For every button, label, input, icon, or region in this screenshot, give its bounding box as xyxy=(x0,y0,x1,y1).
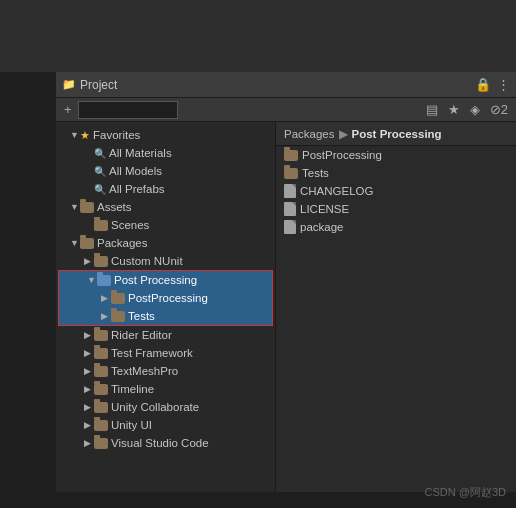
tree-item-textmeshpro[interactable]: TextMeshPro xyxy=(56,362,275,380)
arrow-unity-ui xyxy=(84,420,94,430)
tests-sub-label: Tests xyxy=(128,310,155,322)
folder-icon-tests-sub xyxy=(111,311,125,322)
tree-item-unity-ui[interactable]: Unity UI xyxy=(56,416,275,434)
folder-icon-rider-editor xyxy=(94,330,108,341)
favorites-label: Favorites xyxy=(93,129,140,141)
breadcrumb-root[interactable]: Packages xyxy=(284,128,335,140)
tree-item-assets[interactable]: Assets xyxy=(56,198,275,216)
tree-item-all-models[interactable]: 🔍 All Models xyxy=(56,162,275,180)
panel-icons: 🔒 ⋮ xyxy=(475,77,510,92)
arrow-tests-sub xyxy=(101,311,111,321)
doc-icon-package xyxy=(284,220,296,234)
tree-item-all-materials[interactable]: 🔍 All Materials xyxy=(56,144,275,162)
arrow-test-framework xyxy=(84,348,94,358)
folder-icon-timeline xyxy=(94,384,108,395)
tree-item-tests-sub[interactable]: Tests xyxy=(59,307,272,325)
file-label-changelog: CHANGELOG xyxy=(300,185,374,197)
folder-icon-post-processing xyxy=(97,275,111,286)
timeline-label: Timeline xyxy=(111,383,154,395)
panel-title-area: 📁 Project xyxy=(62,78,117,92)
tree-item-visual-studio-code[interactable]: Visual Studio Code xyxy=(56,434,275,452)
tree-item-post-processing[interactable]: Post Processing xyxy=(59,271,272,289)
watermark: CSDN @阿赵3D xyxy=(425,485,506,500)
folder-icon-custom-nunit xyxy=(94,256,108,267)
post-processing-label: Post Processing xyxy=(114,274,197,286)
rider-editor-label: Rider Editor xyxy=(111,329,172,341)
arrow-post-processing xyxy=(87,275,97,285)
panel-title: Project xyxy=(80,78,117,92)
folder-icon-assets xyxy=(80,202,94,213)
arrow-unity-collaborate xyxy=(84,402,94,412)
postprocessing-sub-label: PostProcessing xyxy=(128,292,208,304)
tree-item-all-prefabs[interactable]: 🔍 All Prefabs xyxy=(56,180,275,198)
all-materials-label: All Materials xyxy=(109,147,172,159)
file-panel-header: Packages ▶ Post Processing xyxy=(276,122,516,146)
visual-studio-code-label: Visual Studio Code xyxy=(111,437,209,449)
toolbar: + ▤ ★ ◈ ⊘2 xyxy=(56,98,516,122)
arrow-visual-studio-code xyxy=(84,438,94,448)
folder-icon-textmeshpro xyxy=(94,366,108,377)
all-prefabs-label: All Prefabs xyxy=(109,183,165,195)
post-processing-outline-group: Post Processing PostProcessing Tests xyxy=(58,270,273,326)
file-item-postprocessing[interactable]: PostProcessing xyxy=(276,146,516,164)
packages-label: Packages xyxy=(97,237,148,249)
tree-item-custom-nunit[interactable]: Custom NUnit xyxy=(56,252,275,270)
file-label-tests: Tests xyxy=(302,167,329,179)
view-grid-icon[interactable]: ▤ xyxy=(424,102,440,117)
textmeshpro-label: TextMeshPro xyxy=(111,365,178,377)
folder-icon-visual-studio-code xyxy=(94,438,108,449)
arrow-textmeshpro xyxy=(84,366,94,376)
tree-item-timeline[interactable]: Timeline xyxy=(56,380,275,398)
pin-icon[interactable]: ◈ xyxy=(468,102,482,117)
file-item-license[interactable]: LICENSE xyxy=(276,200,516,218)
add-button[interactable]: + xyxy=(62,102,74,117)
file-item-package[interactable]: package xyxy=(276,218,516,236)
folder-icon-unity-collaborate xyxy=(94,402,108,413)
file-label-license: LICENSE xyxy=(300,203,349,215)
assets-label: Assets xyxy=(97,201,132,213)
star-filter-icon[interactable]: ★ xyxy=(446,102,462,117)
tree-item-scenes[interactable]: Scenes xyxy=(56,216,275,234)
tree-item-packages[interactable]: Packages xyxy=(56,234,275,252)
unity-collaborate-label: Unity Collaborate xyxy=(111,401,199,413)
doc-icon-license xyxy=(284,202,296,216)
search-icon-prefabs: 🔍 xyxy=(94,184,106,195)
file-label-postprocessing: PostProcessing xyxy=(302,149,382,161)
all-models-label: All Models xyxy=(109,165,162,177)
arrow-packages xyxy=(70,238,80,248)
search-input[interactable] xyxy=(78,101,178,119)
badge-icon[interactable]: ⊘2 xyxy=(488,102,510,117)
folder-icon-scenes xyxy=(94,220,108,231)
folder-icon-file-tests xyxy=(284,168,298,179)
star-icon-favorites: ★ xyxy=(80,129,90,142)
lock-icon[interactable]: 🔒 xyxy=(475,77,491,92)
scenes-label: Scenes xyxy=(111,219,149,231)
arrow-rider-editor xyxy=(84,330,94,340)
tree-panel: ★ Favorites 🔍 All Materials 🔍 All Models… xyxy=(56,122,276,492)
file-panel: Packages ▶ Post Processing PostProcessin… xyxy=(276,122,516,492)
content-area: ★ Favorites 🔍 All Materials 🔍 All Models… xyxy=(56,122,516,492)
arrow-custom-nunit xyxy=(84,256,94,266)
folder-icon-file-postprocessing xyxy=(284,150,298,161)
menu-icon[interactable]: ⋮ xyxy=(497,77,510,92)
tree-item-test-framework[interactable]: Test Framework xyxy=(56,344,275,362)
file-item-changelog[interactable]: CHANGELOG xyxy=(276,182,516,200)
top-bar xyxy=(0,0,516,72)
file-item-tests[interactable]: Tests xyxy=(276,164,516,182)
project-panel: 📁 Project 🔒 ⋮ + ▤ ★ ◈ ⊘2 ★ Favorites xyxy=(56,72,516,492)
breadcrumb-separator: ▶ xyxy=(339,127,348,141)
doc-icon-changelog xyxy=(284,184,296,198)
tree-item-rider-editor[interactable]: Rider Editor xyxy=(56,326,275,344)
breadcrumb-current: Post Processing xyxy=(352,128,442,140)
tree-item-favorites[interactable]: ★ Favorites xyxy=(56,126,275,144)
tree-item-postprocessing-sub[interactable]: PostProcessing xyxy=(59,289,272,307)
arrow-assets xyxy=(70,202,80,212)
tree-item-unity-collaborate[interactable]: Unity Collaborate xyxy=(56,398,275,416)
arrow-timeline xyxy=(84,384,94,394)
folder-icon-postprocessing-sub xyxy=(111,293,125,304)
toolbar-right: ▤ ★ ◈ ⊘2 xyxy=(424,102,510,117)
arrow-postprocessing-sub xyxy=(101,293,111,303)
arrow-favorites xyxy=(70,130,80,140)
unity-ui-label: Unity UI xyxy=(111,419,152,431)
file-label-package: package xyxy=(300,221,343,233)
